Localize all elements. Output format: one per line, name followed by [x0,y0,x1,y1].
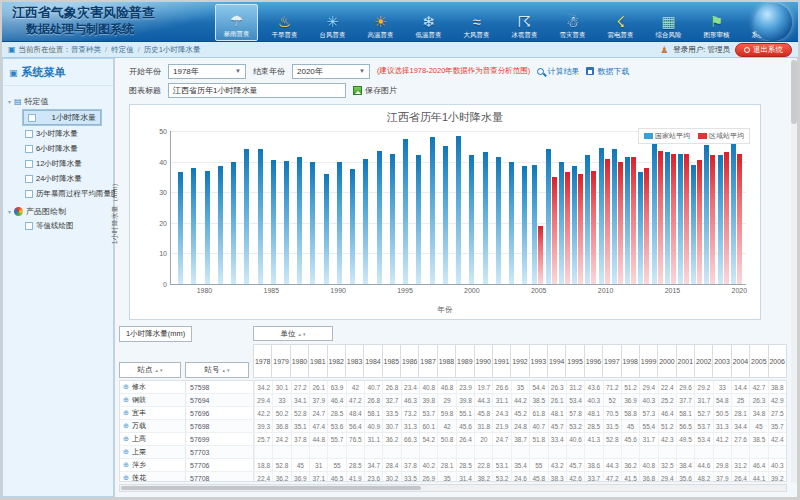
app-title: 江西省气象灾害风险普查 数据处理与制图系统 [12,5,155,37]
year-header[interactable]: 1992 [511,344,529,378]
station-cell[interactable]: ⊕铜鼓 [120,394,186,406]
station-cell[interactable]: ⊕上高 [120,433,186,445]
breadcrumb-item[interactable]: 特定值 [111,45,134,55]
expand-icon[interactable]: ⊕ [123,461,129,469]
station-cell[interactable]: ⊕宜丰 [120,407,186,419]
year-header[interactable]: 1998 [622,344,640,378]
year-header[interactable]: 2005 [750,344,768,378]
scrollbar-thumb[interactable] [791,60,797,124]
toolbar-item-hail[interactable]: ☈冰雹普查 [503,4,546,41]
save-image-button[interactable]: 保存图片 [353,85,397,96]
national-station-bar [231,162,236,284]
year-header[interactable]: 2003 [713,344,731,378]
toolbar-item-review[interactable]: ⚑图形审核 [695,4,738,41]
code-column-header[interactable]: 站号 ▴▾ [185,362,249,378]
expand-icon[interactable]: ⊕ [123,396,129,404]
year-header[interactable]: 1995 [566,344,584,378]
sidebar-item[interactable]: 历年暴雨过程平均雨量图 [23,188,111,200]
station-cell[interactable]: ⊕上栗 [120,446,186,458]
expand-icon[interactable]: ⊕ [123,409,129,417]
toolbar-item-composite-risk[interactable]: ▦综合风险 [647,4,690,41]
year-header[interactable]: 1996 [585,344,603,378]
year-header[interactable]: 1993 [530,344,548,378]
calculate-button[interactable]: 计算结果 [537,66,579,77]
year-header[interactable]: 2000 [658,344,676,378]
expand-icon[interactable]: ⊕ [123,474,129,482]
toolbar-item-drought[interactable]: ♨干旱普查 [263,4,306,41]
x-tick-label: 2000 [464,287,480,294]
sidebar-item[interactable]: 24小时降水量 [23,173,111,185]
expand-icon[interactable]: ⊕ [123,422,129,430]
year-header[interactable]: 1981 [309,344,327,378]
year-header[interactable]: 1980 [291,344,309,378]
expand-icon[interactable]: ⊕ [123,383,129,391]
toolbar-item-snow[interactable]: ☃雪灾普查 [551,4,594,41]
year-header[interactable]: 1984 [364,344,382,378]
toolbar-item-gale[interactable]: ≈大风普查 [455,4,498,41]
start-year-select[interactable]: 1978年 ▼ [168,64,246,79]
year-header[interactable]: 1979 [272,344,290,378]
sort-desc-icon[interactable]: ▾ [160,367,163,373]
value-cell: 50.8 [437,433,455,445]
horizontal-scrollbar[interactable] [119,484,787,492]
toolbar-item-low-temp[interactable]: ❄低温普查 [407,4,450,41]
year-header[interactable]: 1991 [493,344,511,378]
tree-expander-icon[interactable]: ▾ [8,208,11,215]
sort-icons[interactable]: ▴▾ [155,367,162,373]
year-header[interactable]: 1988 [438,344,456,378]
sidebar-item[interactable]: 3小时降水量 [23,128,111,140]
year-header[interactable]: 1985 [383,344,401,378]
regional-swatch [698,133,707,139]
sidebar-group[interactable]: ▾产品图绘制 [8,206,111,217]
logout-button[interactable]: 退出系统 [735,43,792,57]
year-header[interactable]: 1999 [640,344,658,378]
download-button[interactable]: 数据下载 [586,66,629,77]
vertical-scrollbar[interactable] [791,58,797,483]
year-header[interactable]: 2001 [677,344,695,378]
station-cell[interactable]: ⊕萍乡 [120,459,186,471]
year-header[interactable]: 1997 [603,344,621,378]
chart-title-input[interactable]: 江西省历年1小时降水量 [168,83,346,98]
value-cell: 28.1 [437,459,455,471]
year-header[interactable]: 1983 [346,344,364,378]
year-header[interactable]: 1994 [548,344,566,378]
station-cell[interactable]: ⊕修水 [120,381,186,393]
station-column-header[interactable]: 站点 ▴▾ [119,362,181,378]
expand-icon[interactable]: ⊕ [123,448,129,456]
sort-asc-icon[interactable]: ▴ [155,367,158,373]
sidebar-item[interactable]: 6小时降水量 [23,143,111,155]
sort-desc-icon[interactable]: ▾ [227,367,230,373]
toolbar-item-high-temp[interactable]: ☀高温普查 [359,4,402,41]
tree-expander-icon[interactable]: ▾ [8,98,11,105]
sort-asc-icon[interactable]: ▴ [298,331,301,337]
year-header[interactable]: 2006 [769,344,787,378]
year-header[interactable]: 2004 [732,344,750,378]
toolbar-item-typhoon[interactable]: ✳台风普查 [311,4,354,41]
year-header[interactable]: 2002 [695,344,713,378]
year-header[interactable]: 1982 [328,344,346,378]
year-header[interactable]: 1987 [419,344,437,378]
sidebar-item[interactable]: 等值线绘图 [23,220,111,232]
station-cell[interactable]: ⊕莲花 [120,472,186,482]
sidebar-item[interactable]: 1小时降水量 [23,110,101,125]
scrollbar-thumb[interactable] [121,486,421,490]
year-header[interactable]: 1989 [456,344,474,378]
sidebar-group[interactable]: ▾▤特定值 [8,96,111,107]
breadcrumb-item[interactable]: 历史1小时降水量 [144,45,201,55]
year-header[interactable]: 1990 [475,344,493,378]
unit-column-header[interactable]: 单位 ▴▾ [253,326,333,341]
national-station-bar [718,155,723,284]
year-header[interactable]: 1978 [253,344,272,378]
end-year-select[interactable]: 2020年 ▼ [292,64,370,79]
sort-desc-icon[interactable]: ▾ [303,331,306,337]
sort-asc-icon[interactable]: ▴ [222,367,225,373]
toolbar-item-lightning[interactable]: ☇雷电普查 [599,4,642,41]
toolbar-item-rainstorm[interactable]: ☂暴雨普查 [215,4,258,41]
sidebar-item[interactable]: 12小时降水量 [23,158,111,170]
sort-icons[interactable]: ▴▾ [222,367,229,373]
expand-icon[interactable]: ⊕ [123,435,129,443]
breadcrumb-item[interactable]: 普查种类 [71,45,101,55]
station-cell[interactable]: ⊕万载 [120,420,186,432]
year-header[interactable]: 1986 [401,344,419,378]
sort-icons[interactable]: ▴▾ [298,331,305,337]
